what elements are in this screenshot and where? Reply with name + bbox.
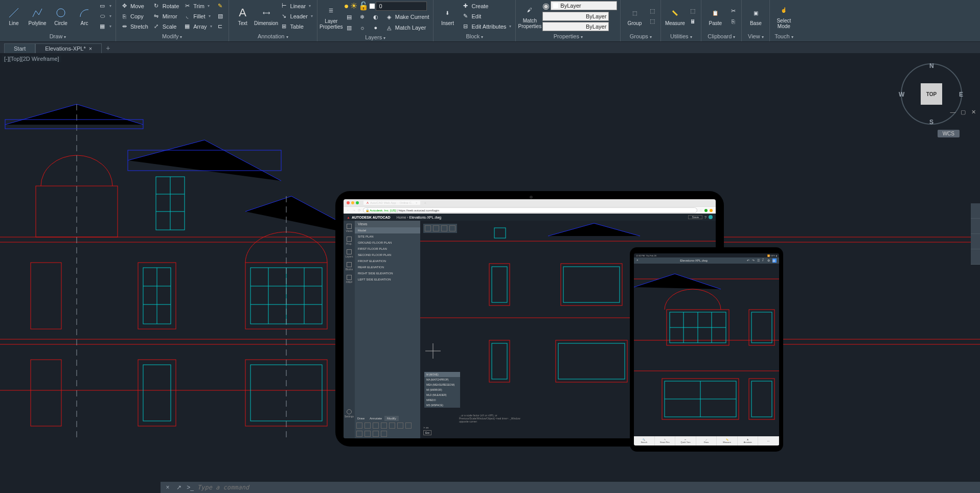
browser-tab-close-icon[interactable]: × — [416, 201, 418, 204]
views-item[interactable]: RIGHT SIDE ELEVATION — [355, 270, 420, 276]
layer-uniso-tool[interactable]: ▥ — [344, 23, 354, 32]
tool-tab-modify[interactable]: Modify — [384, 416, 399, 421]
esc-button[interactable]: Esc — [423, 430, 431, 435]
match-layer-tool[interactable]: ◬Match Layer — [384, 23, 427, 32]
mac-close[interactable] — [347, 201, 350, 204]
suggestion-item[interactable]: MEA (MEASUREGEOM) — [424, 382, 460, 387]
viewcube-top-face[interactable]: TOP — [921, 83, 942, 105]
tablet-close-icon[interactable]: × — [636, 259, 641, 263]
tablet-grid-icon[interactable]: ▦ — [772, 259, 777, 263]
wcs-badge[interactable]: WCS — [938, 130, 960, 137]
rectangle-tool[interactable]: ▭ — [97, 2, 112, 11]
offset-tool[interactable]: ⊏ — [215, 22, 225, 31]
mirror-tool[interactable]: ⇋Mirror — [151, 12, 180, 21]
suggestion-item[interactable]: MA (MATCHPROP) — [424, 377, 460, 382]
select-all-tool[interactable]: ⬚ — [688, 7, 698, 16]
tablet-tool-more[interactable]: ⋯ — [758, 436, 779, 445]
fillet-tool[interactable]: ◟Fillet — [182, 12, 213, 21]
linear-tool[interactable]: ⊢Linear — [279, 2, 314, 11]
webapp-help-icon[interactable]: ? — [704, 216, 706, 219]
views-item[interactable]: SITE PLAN — [355, 233, 420, 240]
views-item[interactable]: FRONT ELEVATION — [355, 258, 420, 264]
panel-draw-label[interactable]: Draw — [0, 32, 116, 41]
wt-mirror[interactable] — [389, 422, 395, 429]
scale-tool[interactable]: ⤢Scale — [151, 22, 180, 31]
polyline-tool[interactable]: Polyline — [27, 2, 48, 31]
nav-zoom[interactable] — [971, 234, 980, 249]
text-tool[interactable]: AText — [232, 2, 254, 31]
tablet-export-icon[interactable]: ⤴ — [762, 259, 766, 263]
suggestion-item[interactable]: MLD (MLEADER) — [424, 392, 460, 397]
wt-fillet[interactable] — [364, 431, 371, 437]
layer-off-tool[interactable]: ◐ — [371, 12, 381, 21]
array-tool[interactable]: ▦Array — [182, 22, 213, 31]
paste-tool[interactable]: 📋Paste — [704, 2, 726, 31]
sidebar-xref[interactable]: XREF — [346, 275, 352, 284]
trim-tool[interactable]: ✂Trim — [182, 2, 213, 11]
leader-tool[interactable]: ↘Leader — [279, 12, 314, 21]
layer-color-icon[interactable] — [370, 4, 375, 9]
views-item[interactable]: FIRST FLOOR PLAN — [355, 246, 420, 252]
arc-tool[interactable]: Arc — [74, 2, 95, 31]
rotate-tool[interactable]: ↻Rotate — [151, 2, 180, 11]
select-mode-tool[interactable]: ☝Select Mode — [773, 2, 794, 31]
move-tool[interactable]: ✥Move — [119, 2, 149, 11]
current-layer-input[interactable] — [376, 2, 427, 11]
panel-annotation-label[interactable]: Annotation — [229, 32, 317, 41]
make-current-tool[interactable]: ◈Make Current — [384, 12, 430, 21]
command-close-icon[interactable]: × — [164, 483, 172, 491]
linetype-select[interactable]: ByLayer — [542, 22, 609, 31]
wt-explode[interactable] — [373, 431, 379, 437]
panel-block-label[interactable]: Block — [434, 32, 515, 41]
nav-orbit[interactable] — [971, 249, 980, 265]
group-edit-tool[interactable]: ⬚ — [647, 17, 657, 26]
tablet-tool-draw[interactable]: ／Draw — [696, 436, 717, 445]
tablet-tool-quicktrim[interactable]: ✂Quick Trim — [675, 436, 696, 445]
sidebar-layers[interactable]: Layers — [345, 249, 353, 258]
create-block-tool[interactable]: ✚Create — [460, 2, 512, 11]
drawing-canvas[interactable]: [-][Top][2D Wireframe] — [0, 53, 980, 493]
command-input[interactable] — [197, 484, 977, 491]
wt-move[interactable] — [356, 422, 362, 429]
panel-touch-label[interactable]: Touch — [770, 32, 797, 41]
suggestion-item[interactable]: MS (MSPACE) — [424, 403, 460, 408]
layer-properties-tool[interactable]: ☰Layer Properties — [321, 2, 342, 32]
ext-icon-2[interactable] — [710, 209, 713, 212]
copy-clip-tool[interactable]: ⎘ — [728, 17, 738, 26]
nav-wheel[interactable] — [971, 203, 980, 219]
edit-attr-tool[interactable]: ⊟Edit Attributes — [460, 22, 512, 31]
wt-trim[interactable] — [397, 422, 403, 429]
match-properties-tool[interactable]: 🖌Match Properties — [519, 2, 540, 31]
viewcube-s[interactable]: S — [929, 119, 933, 126]
tool-tab-annotate[interactable]: Annotate — [367, 416, 384, 421]
breadcrumb-home[interactable]: Home — [397, 216, 406, 219]
panel-groups-label[interactable]: Groups — [621, 32, 660, 41]
viewcube-e[interactable]: E — [959, 91, 963, 98]
viewcube-n[interactable]: N — [929, 62, 934, 69]
sidebar-settings[interactable]: Settings — [345, 409, 354, 418]
sidebar-views[interactable]: Views — [346, 224, 352, 232]
viewport-maximize[interactable]: ▢ — [960, 108, 967, 115]
webapp-command-line[interactable]: > m — [423, 426, 428, 429]
panel-view-label[interactable]: View — [742, 32, 769, 41]
tab-add-button[interactable]: + — [102, 43, 114, 53]
suggestion-item[interactable]: M (MOVE) — [424, 372, 460, 377]
tab-document[interactable]: Elevations-XPL*× — [35, 43, 102, 53]
tablet-canvas[interactable] — [634, 264, 779, 436]
command-customize-icon[interactable]: ↗ — [175, 483, 183, 491]
browser-tab-add[interactable]: + — [424, 201, 426, 205]
circle-tool[interactable]: Circle — [50, 2, 72, 31]
panel-utilities-label[interactable]: Utilities — [661, 32, 701, 41]
layer-lock-icon[interactable]: 🔓 — [358, 1, 369, 11]
browser-star-icon[interactable]: ☆ — [699, 208, 702, 213]
layer-sun-icon[interactable]: ☀ — [350, 1, 357, 11]
erase-tool[interactable]: ✎ — [215, 2, 225, 11]
browser-reload-icon[interactable]: ⟳ — [358, 208, 361, 213]
canvas-redo[interactable] — [433, 225, 439, 231]
layer-thaw-tool[interactable]: ☼ — [357, 23, 368, 32]
views-item[interactable]: SECOND FLOOR PLAN — [355, 252, 420, 258]
nav-pan[interactable] — [971, 219, 980, 234]
ext-icon-1[interactable] — [704, 209, 708, 212]
suggestion-item[interactable]: MI (MIRROR) — [424, 387, 460, 392]
wt-offset[interactable] — [405, 422, 412, 429]
